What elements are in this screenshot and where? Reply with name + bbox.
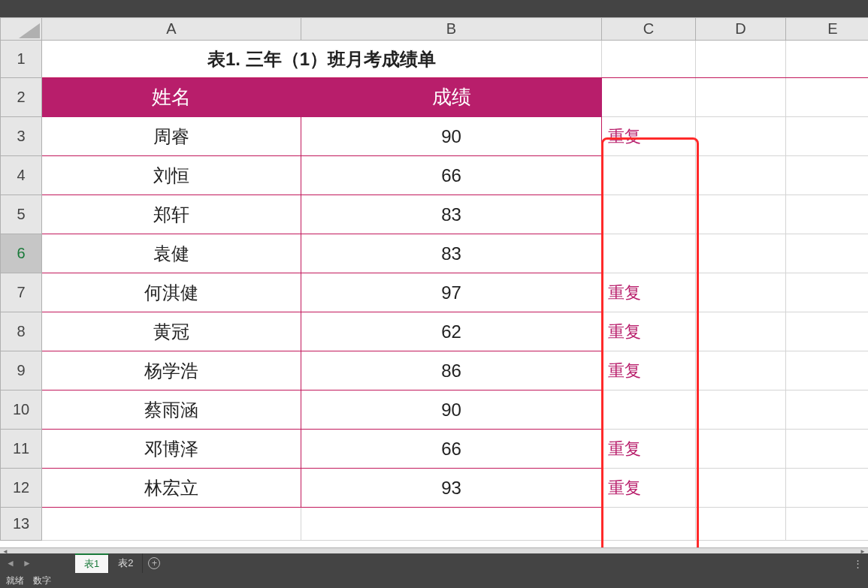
- row-header-12[interactable]: 12: [1, 469, 42, 508]
- cell-D11[interactable]: [696, 430, 786, 469]
- row-header-5[interactable]: 5: [1, 195, 42, 234]
- select-all-corner[interactable]: [1, 18, 42, 41]
- cell-D2[interactable]: [696, 78, 786, 117]
- cell-A12[interactable]: 林宏立: [42, 469, 301, 508]
- cell-B4[interactable]: 66: [301, 156, 602, 195]
- cell-A2[interactable]: 姓名: [42, 78, 301, 117]
- cell-C11[interactable]: 重复: [602, 430, 696, 469]
- row-header-9[interactable]: 9: [1, 351, 42, 390]
- cell-C3[interactable]: 重复: [602, 117, 696, 156]
- cell-E2[interactable]: [786, 78, 869, 117]
- worksheet-grid[interactable]: A B C D E 1 表1. 三年（1）班月考成绩单 2 姓名 成绩: [0, 17, 868, 547]
- cell-A5[interactable]: 郑轩: [42, 195, 301, 234]
- row-header-13[interactable]: 13: [1, 508, 42, 541]
- cell-B5[interactable]: 83: [301, 195, 602, 234]
- cell-A10[interactable]: 蔡雨涵: [42, 390, 301, 430]
- cell-C9[interactable]: 重复: [602, 351, 696, 390]
- cell-D10[interactable]: [696, 390, 786, 430]
- grid-row-3: 3 周睿 90 重复: [1, 117, 869, 156]
- cell-C7[interactable]: 重复: [602, 273, 696, 312]
- cell-A8[interactable]: 黄冠: [42, 312, 301, 351]
- cell-C13[interactable]: [602, 508, 696, 541]
- cell-E1[interactable]: [786, 41, 869, 78]
- cell-E6[interactable]: [786, 234, 869, 273]
- cell-A13[interactable]: [42, 508, 301, 541]
- row-header-1[interactable]: 1: [1, 41, 42, 78]
- row-header-2[interactable]: 2: [1, 78, 42, 117]
- cell-C1[interactable]: [602, 41, 696, 78]
- cell-A9[interactable]: 杨学浩: [42, 351, 301, 390]
- sheet-tab-1[interactable]: 表1: [75, 553, 109, 573]
- col-header-E[interactable]: E: [786, 18, 869, 41]
- grid-row-1: 1 表1. 三年（1）班月考成绩单: [1, 41, 869, 78]
- tab-prev-icon[interactable]: ►: [23, 558, 32, 568]
- cell-D7[interactable]: [696, 273, 786, 312]
- cell-B3[interactable]: 90: [301, 117, 602, 156]
- cell-B13[interactable]: [301, 508, 602, 541]
- grid-row-5: 5 郑轩 83: [1, 195, 869, 234]
- cell-E5[interactable]: [786, 195, 869, 234]
- row-header-3[interactable]: 3: [1, 117, 42, 156]
- tabbar-menu-icon[interactable]: ⋮: [847, 553, 868, 573]
- cell-B2[interactable]: 成绩: [301, 78, 602, 117]
- col-header-C[interactable]: C: [602, 18, 696, 41]
- cell-A11[interactable]: 邓博泽: [42, 430, 301, 469]
- cell-D6[interactable]: [696, 234, 786, 273]
- spreadsheet-app: A B C D E 1 表1. 三年（1）班月考成绩单 2 姓名 成绩: [0, 0, 868, 588]
- cell-A3[interactable]: 周睿: [42, 117, 301, 156]
- cell-C5[interactable]: [602, 195, 696, 234]
- cell-B10[interactable]: 90: [301, 390, 602, 430]
- sheet-tab-2[interactable]: 表2: [109, 553, 143, 573]
- cell-A4[interactable]: 刘恒: [42, 156, 301, 195]
- add-sheet-button[interactable]: +: [143, 553, 165, 573]
- cell-B9[interactable]: 86: [301, 351, 602, 390]
- cell-D12[interactable]: [696, 469, 786, 508]
- row-header-6[interactable]: 6: [1, 234, 42, 273]
- cell-D9[interactable]: [696, 351, 786, 390]
- cell-D5[interactable]: [696, 195, 786, 234]
- col-header-B[interactable]: B: [301, 18, 602, 41]
- cell-title[interactable]: 表1. 三年（1）班月考成绩单: [42, 41, 602, 78]
- cell-A6[interactable]: 袁健: [42, 234, 301, 273]
- cell-A7[interactable]: 何淇健: [42, 273, 301, 312]
- cell-B11[interactable]: 66: [301, 430, 602, 469]
- cell-C2[interactable]: [602, 78, 696, 117]
- cell-E4[interactable]: [786, 156, 869, 195]
- window-topbar: [0, 0, 868, 17]
- cell-D1[interactable]: [696, 41, 786, 78]
- cell-C6[interactable]: [602, 234, 696, 273]
- cell-C8[interactable]: 重复: [602, 312, 696, 351]
- cell-D4[interactable]: [696, 156, 786, 195]
- cell-E12[interactable]: [786, 469, 869, 508]
- cell-C10[interactable]: [602, 390, 696, 430]
- row-header-10[interactable]: 10: [1, 390, 42, 430]
- cell-C12[interactable]: 重复: [602, 469, 696, 508]
- row-header-4[interactable]: 4: [1, 156, 42, 195]
- grid-row-7: 7 何淇健 97 重复: [1, 273, 869, 312]
- cell-E9[interactable]: [786, 351, 869, 390]
- col-header-D[interactable]: D: [696, 18, 786, 41]
- row-header-11[interactable]: 11: [1, 430, 42, 469]
- cell-B6[interactable]: 83: [301, 234, 602, 273]
- tab-first-icon[interactable]: ◄: [6, 558, 15, 568]
- grid-row-9: 9 杨学浩 86 重复: [1, 351, 869, 390]
- cell-E10[interactable]: [786, 390, 869, 430]
- cell-B12[interactable]: 93: [301, 469, 602, 508]
- cell-B8[interactable]: 62: [301, 312, 602, 351]
- cell-E3[interactable]: [786, 117, 869, 156]
- grid-row-13: 13: [1, 508, 869, 541]
- cell-E11[interactable]: [786, 430, 869, 469]
- col-header-A[interactable]: A: [42, 18, 301, 41]
- horizontal-scrollbar[interactable]: ◄ ►: [0, 547, 868, 553]
- status-bar: 就绪 数字: [0, 573, 868, 588]
- cell-D3[interactable]: [696, 117, 786, 156]
- cell-E7[interactable]: [786, 273, 869, 312]
- cell-E8[interactable]: [786, 312, 869, 351]
- cell-E13[interactable]: [786, 508, 869, 541]
- cell-C4[interactable]: [602, 156, 696, 195]
- cell-B7[interactable]: 97: [301, 273, 602, 312]
- cell-D13[interactable]: [696, 508, 786, 541]
- row-header-8[interactable]: 8: [1, 312, 42, 351]
- row-header-7[interactable]: 7: [1, 273, 42, 312]
- cell-D8[interactable]: [696, 312, 786, 351]
